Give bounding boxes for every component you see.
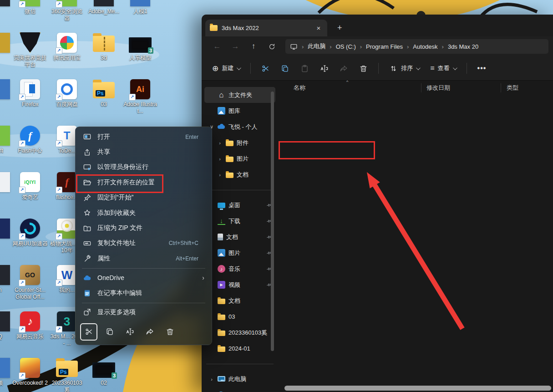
- sidebar-item-icon: [218, 376, 225, 382]
- desktop-icon-image: 3: [92, 362, 115, 378]
- desktop-icon-image: 3: [129, 37, 152, 53]
- breadcrumb-item[interactable]: 此电脑: [298, 42, 325, 51]
- desktop-icon[interactable]: 百度网盘: [49, 76, 85, 123]
- sidebar-item[interactable]: 主文件夹: [204, 87, 275, 103]
- explorer-tab[interactable]: 3ds Max 2022 ×: [205, 20, 327, 36]
- sidebar-item[interactable]: 2023360103奚: [204, 325, 275, 341]
- sidebar-item[interactable]: 音乐: [204, 261, 275, 277]
- sidebar-item[interactable]: › 此电脑: [204, 371, 275, 387]
- horizontal-scrollbar-thumb[interactable]: [284, 386, 551, 391]
- sidebar-item[interactable]: 03: [204, 309, 275, 325]
- desktop-icon[interactable]: iQIYI 爱奇艺: [12, 169, 48, 216]
- desktop-icon[interactable]: Ps 2023360103 奚: [49, 355, 85, 392]
- desktop-icon[interactable]: Ai Adobe Illustrat...: [122, 76, 158, 123]
- context-menu-item[interactable]: 打开文件所在的位置: [77, 175, 210, 190]
- sort-button[interactable]: 排序: [385, 61, 423, 76]
- column-header-type[interactable]: 类型: [507, 84, 518, 92]
- desktop-icon-image: iQIYI: [20, 172, 40, 192]
- quick-action-button[interactable]: [102, 324, 117, 340]
- share-button[interactable]: [335, 61, 352, 76]
- view-button[interactable]: ≡查看: [426, 61, 460, 76]
- desktop-icon[interactable]: Firefox: [12, 76, 48, 123]
- context-menu-item[interactable]: 打开 Enter: [77, 129, 210, 144]
- desktop-icon[interactable]: 3d: [86, 30, 122, 76]
- desktop-icon[interactable]: f Flash中心: [12, 123, 48, 169]
- desktop-icon[interactable]: 微信: [12, 0, 48, 30]
- sidebar-item[interactable]: › 附件: [204, 135, 275, 151]
- context-menu-item[interactable]: 固定到“开始”: [77, 190, 210, 205]
- sidebar-item[interactable]: › 文档: [204, 167, 275, 183]
- rename-button[interactable]: [316, 61, 333, 76]
- breadcrumb-item[interactable]: Program Files: [356, 43, 403, 50]
- context-menu-item[interactable]: 共享: [77, 144, 210, 159]
- sidebar-item[interactable]: › 图片: [204, 151, 275, 167]
- sidebar-item[interactable]: 下载: [204, 213, 275, 229]
- desktop-icon[interactable]: 完美世界竞技平台: [12, 30, 48, 76]
- context-menu-item[interactable]: 压缩为 ZIP 文件: [77, 220, 210, 235]
- shortcut-arrow-badge: [19, 46, 25, 53]
- sidebar-item[interactable]: 桌面: [204, 197, 275, 213]
- sidebar-item[interactable]: › 网络: [204, 387, 275, 392]
- expand-chevron[interactable]: ›: [217, 172, 223, 178]
- quick-action-button[interactable]: [80, 323, 97, 341]
- desktop-icon[interactable]: 360安全浏览器: [49, 0, 85, 30]
- breadcrumb-item[interactable]: 3ds Max 20: [438, 43, 479, 50]
- forward-button[interactable]: →: [227, 39, 244, 54]
- desktop-icon[interactable]: ♪ 网易云音乐: [12, 309, 48, 355]
- context-menu-item[interactable]: OneDrive ›: [77, 270, 210, 285]
- breadcrumb-item[interactable]: OS (C:): [325, 43, 355, 50]
- context-menu-item[interactable]: 在记事本中编辑: [77, 285, 210, 300]
- quick-action-button[interactable]: [162, 324, 178, 340]
- context-menu-item[interactable]: 复制文件地址 Ctrl+Shift+C: [77, 236, 210, 251]
- column-header-name[interactable]: 名称: [294, 84, 305, 92]
- sidebar-item-label: 下载: [228, 217, 264, 225]
- up-button[interactable]: ↑: [245, 39, 262, 54]
- quick-action-button[interactable]: [122, 324, 137, 340]
- sidebar-item[interactable]: 图片: [204, 245, 275, 261]
- sidebar-item[interactable]: ∨ 飞悦 - 个人: [204, 119, 275, 135]
- new-tab-button[interactable]: +: [337, 23, 342, 33]
- back-button[interactable]: ←: [209, 39, 225, 54]
- sidebar-item[interactable]: 视频: [204, 277, 275, 293]
- see-more-button[interactable]: •••: [473, 61, 491, 76]
- desktop-icon[interactable]: 3 02: [86, 355, 122, 392]
- context-menu-item[interactable]: 显示更多选项: [77, 305, 210, 320]
- sidebar-scrollbar[interactable]: [271, 92, 274, 351]
- desktop-icon-image: GO: [20, 265, 40, 285]
- chevron-down-icon: [237, 66, 241, 70]
- breadcrumb[interactable]: 此电脑OS (C:)Program FilesAutodesk3ds Max 2…: [285, 39, 548, 54]
- paste-button[interactable]: [296, 61, 313, 76]
- sidebar-item[interactable]: 图库: [204, 103, 275, 119]
- desktop-icon[interactable]: 3 人车模型: [122, 30, 158, 76]
- breadcrumb-item[interactable]: Autodesk: [403, 43, 438, 50]
- new-button[interactable]: ⊕新建: [208, 61, 244, 76]
- horizontal-scrollbar[interactable]: [284, 386, 551, 391]
- refresh-button[interactable]: [264, 39, 280, 54]
- desktop-icon[interactable]: Overcooked! 2: [12, 355, 48, 392]
- desktop-icon-label: 03: [101, 101, 107, 108]
- tab-close-button[interactable]: ×: [315, 24, 323, 32]
- sidebar-item[interactable]: 文档: [204, 293, 275, 309]
- delete-button[interactable]: [355, 61, 372, 76]
- desktop-icon[interactable]: GO Counter-St... Global Off...: [12, 262, 48, 309]
- column-header-date[interactable]: 修改日期: [426, 84, 450, 92]
- context-menu-item[interactable]: 以管理员身份运行: [77, 160, 210, 175]
- desktop-root: oft n Q 频 微信: [0, 0, 553, 392]
- context-menu-item[interactable]: 属性 Alt+Enter: [77, 251, 210, 266]
- expand-chevron[interactable]: ›: [217, 140, 223, 146]
- menu-item-label: 固定到“开始”: [97, 193, 193, 202]
- copy-button[interactable]: [277, 61, 294, 76]
- desktop-icon[interactable]: 网易UU加速器: [12, 216, 48, 262]
- desktop-icon[interactable]: 人模1: [122, 0, 158, 30]
- expand-chevron[interactable]: ›: [209, 377, 214, 382]
- cut-button[interactable]: [257, 61, 274, 76]
- desktop-icon[interactable]: 腾讯应用宝: [49, 30, 85, 76]
- expand-chevron[interactable]: ›: [217, 156, 223, 162]
- plus-circle-icon: ⊕: [212, 65, 218, 72]
- sidebar-item[interactable]: 文档: [204, 229, 275, 245]
- desktop-icon[interactable]: Adobe_Me...: [86, 0, 122, 30]
- context-menu-item[interactable]: 添加到收藏夹: [77, 205, 210, 220]
- quick-action-button[interactable]: [142, 324, 157, 340]
- desktop-icon[interactable]: Ps 03: [86, 76, 122, 123]
- sidebar-item[interactable]: 2024-01: [204, 341, 275, 356]
